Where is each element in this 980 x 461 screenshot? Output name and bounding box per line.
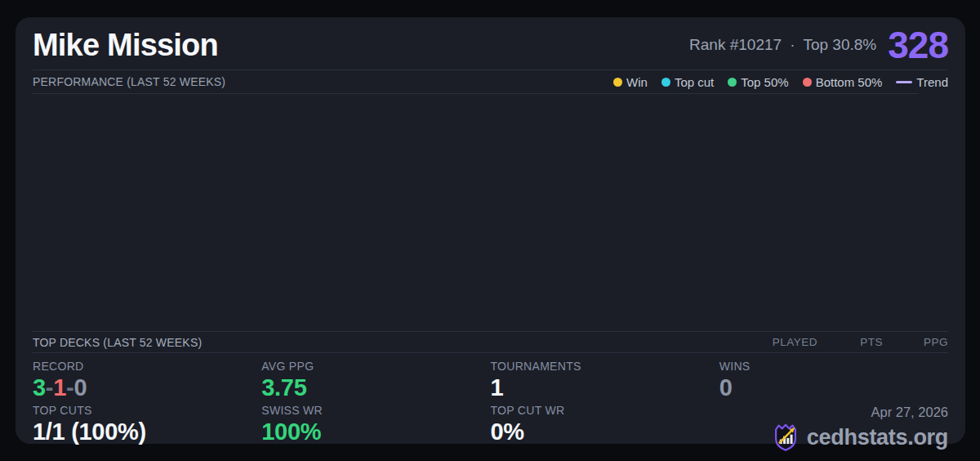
points-value: 328 <box>888 26 948 64</box>
stat-label: RECORD <box>33 360 261 373</box>
record-losses: 1 <box>53 374 66 401</box>
cedhstats-brand-link[interactable]: cedhstats.org <box>772 423 948 452</box>
stat-value: 3-1-0 <box>33 375 261 400</box>
brand-text: cedhstats.org <box>807 427 948 449</box>
legend-item: Bottom 50% <box>803 75 883 89</box>
chart-legend: WinTop cutTop 50%Bottom 50%Trend <box>613 75 948 89</box>
rank-group: Rank #10217 · Top 30.8% 328 <box>689 26 948 64</box>
legend-dot-icon <box>803 78 812 87</box>
stat-label: WINS <box>719 360 948 373</box>
stat-label: TOURNAMENTS <box>491 360 719 373</box>
stat-record: RECORD 3-1-0 <box>33 360 261 400</box>
rank-line: Rank #10217 · Top 30.8% <box>689 36 876 54</box>
record-separator: - <box>46 374 53 401</box>
stat-value: 1 <box>491 375 719 400</box>
stat-value: 3.75 <box>261 375 490 400</box>
legend-item: Top cut <box>662 75 714 89</box>
player-stats-card: Mike Mission Rank #10217 · Top 30.8% 328… <box>16 17 965 444</box>
stat-wins: WINS 0 <box>719 360 948 400</box>
record-separator: - <box>66 374 74 401</box>
top-percent-text: Top 30.8% <box>803 36 876 54</box>
stat-label: AVG PPG <box>261 360 490 373</box>
stat-value: 100% <box>261 419 490 444</box>
record-wins: 3 <box>33 374 46 401</box>
trend-line-icon <box>896 81 912 83</box>
column-header-pts: PTS <box>817 336 883 348</box>
stat-value: 0 <box>719 375 948 400</box>
legend-label: Top cut <box>675 75 714 89</box>
footer-cell: Apr 27, 2026 cedhstats.org <box>719 404 948 452</box>
top-decks-section-title: TOP DECKS (LAST 52 WEEKS) <box>33 336 202 349</box>
record-draws: 0 <box>74 374 87 401</box>
stat-top-cut-wr: TOP CUT WR 0% <box>491 404 719 452</box>
legend-label: Trend <box>916 75 948 89</box>
column-header-played: PLAYED <box>752 336 817 348</box>
legend-dot-icon <box>728 78 737 87</box>
performance-section-header: PERFORMANCE (LAST 52 WEEKS) WinTop cutTo… <box>33 69 948 93</box>
top-decks-section-header: TOP DECKS (LAST 52 WEEKS) PLAYED PTS PPG <box>33 331 948 353</box>
report-date: Apr 27, 2026 <box>871 405 949 420</box>
legend-label: Top 50% <box>741 75 788 89</box>
legend-item: Win <box>613 75 648 89</box>
stat-swiss-wr: SWISS WR 100% <box>261 404 490 452</box>
stat-tournaments: TOURNAMENTS 1 <box>491 360 719 400</box>
performance-chart <box>33 93 919 331</box>
stats-grid: RECORD 3-1-0 AVG PPG 3.75 TOURNAMENTS 1 … <box>33 353 948 452</box>
legend-label: Bottom 50% <box>816 75 883 89</box>
stat-label: TOP CUTS <box>33 404 261 417</box>
rank-text: Rank #10217 <box>689 36 782 54</box>
rank-separator: · <box>790 36 795 54</box>
performance-section-title: PERFORMANCE (LAST 52 WEEKS) <box>33 75 225 88</box>
legend-dot-icon <box>662 78 670 87</box>
stat-value: 0% <box>491 419 719 444</box>
top-decks-column-headers: PLAYED PTS PPG <box>752 336 948 348</box>
legend-dot-icon <box>613 78 622 87</box>
stat-top-cuts: TOP CUTS 1/1 (100%) <box>33 404 261 452</box>
stat-label: SWISS WR <box>261 404 490 417</box>
stat-label: TOP CUT WR <box>491 404 719 417</box>
card-header: Mike Mission Rank #10217 · Top 30.8% 328 <box>33 17 948 69</box>
legend-item: Top 50% <box>728 75 788 89</box>
legend-label: Win <box>626 75 648 89</box>
column-header-ppg: PPG <box>883 336 948 348</box>
page-title: Mike Mission <box>33 28 218 63</box>
legend-item: Trend <box>896 75 948 89</box>
stat-avg-ppg: AVG PPG 3.75 <box>261 360 490 400</box>
stat-value: 1/1 (100%) <box>33 419 261 444</box>
cedhstats-logo-icon <box>772 423 800 452</box>
